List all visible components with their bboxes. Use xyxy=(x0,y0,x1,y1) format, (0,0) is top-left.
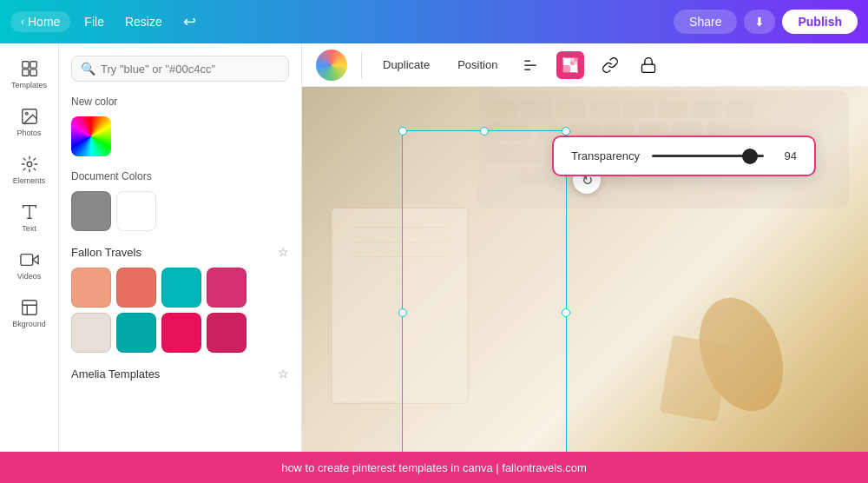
brand-swatch-3[interactable] xyxy=(161,268,201,308)
amelia-favorite-icon[interactable]: ☆ xyxy=(278,367,289,380)
svg-point-5 xyxy=(25,112,28,115)
new-color-label: New color xyxy=(71,96,289,108)
duplicate-button[interactable]: Duplicate xyxy=(376,55,437,75)
home-button[interactable]: ‹ Home xyxy=(10,11,70,32)
file-menu-button[interactable]: File xyxy=(77,11,111,32)
document-color-swatches xyxy=(71,191,289,231)
photos-icon xyxy=(20,107,39,126)
svg-rect-30 xyxy=(727,101,756,118)
svg-rect-18 xyxy=(570,57,574,61)
background-icon xyxy=(20,298,39,317)
sidebar-item-elements[interactable]: Elements xyxy=(0,146,58,194)
bottom-banner: how to create pinterest templates in can… xyxy=(0,452,868,483)
lock-icon xyxy=(640,56,657,74)
svg-rect-21 xyxy=(642,64,655,72)
handle-top-middle[interactable] xyxy=(480,127,489,136)
color-search-bar[interactable]: 🔍 xyxy=(71,56,289,82)
link-icon-button[interactable] xyxy=(598,53,622,77)
svg-rect-51 xyxy=(660,335,731,422)
handle-middle-left[interactable] xyxy=(398,308,407,317)
sidebar-item-videos[interactable]: Videos xyxy=(0,242,58,289)
sidebar: Templates Photos Elements Text xyxy=(0,43,59,452)
document-colors-label: Document Colors xyxy=(71,170,289,182)
svg-rect-1 xyxy=(30,62,36,68)
brand-favorite-icon[interactable]: ☆ xyxy=(278,245,289,259)
transparency-label: Transparency xyxy=(571,149,640,162)
pipe-icon xyxy=(522,56,539,74)
color-search-input[interactable] xyxy=(101,63,279,76)
handle-middle-right[interactable] xyxy=(562,308,570,317)
svg-marker-9 xyxy=(32,255,37,263)
brand-section-title: Fallon Travels xyxy=(71,246,141,259)
top-navigation: ‹ Home File Resize ↩ Share ⬇ Publish xyxy=(0,0,868,43)
share-button[interactable]: Share xyxy=(674,10,737,34)
resize-button[interactable]: Resize xyxy=(118,11,169,32)
transparency-popup: Transparency 94 xyxy=(552,136,816,176)
templates-icon xyxy=(20,59,39,78)
transparency-value: 94 xyxy=(776,149,797,162)
lock-icon-button[interactable] xyxy=(636,53,661,77)
transparency-icon-button[interactable] xyxy=(556,51,584,79)
publish-button[interactable]: Publish xyxy=(782,10,858,34)
canvas-content: ↻ Transparency 94 xyxy=(302,87,868,452)
videos-icon xyxy=(20,250,39,269)
doc-swatch-gray[interactable] xyxy=(71,191,111,231)
svg-rect-24 xyxy=(522,101,551,118)
svg-rect-10 xyxy=(20,255,32,266)
sidebar-item-templates[interactable]: Templates xyxy=(0,50,58,98)
toolbar-separator-1 xyxy=(361,52,362,78)
pipe-icon-button[interactable] xyxy=(518,53,542,77)
bottom-banner-text: how to create pinterest templates in can… xyxy=(281,461,587,474)
brand-swatch-6[interactable] xyxy=(116,313,156,353)
gradient-picker[interactable] xyxy=(316,50,347,81)
checkerboard-icon xyxy=(562,56,579,74)
amelia-section-header: Amelia Templates ☆ xyxy=(71,367,289,380)
svg-rect-27 xyxy=(624,101,654,118)
canvas-area: Duplicate Position xyxy=(302,43,868,452)
brand-color-swatches xyxy=(71,268,289,353)
canvas-toolbar: Duplicate Position xyxy=(302,43,868,87)
download-button[interactable]: ⬇ xyxy=(744,10,775,34)
svg-rect-3 xyxy=(30,69,36,76)
svg-rect-0 xyxy=(22,62,28,68)
svg-rect-28 xyxy=(658,101,687,118)
sidebar-item-background[interactable]: Bkground xyxy=(0,289,58,337)
svg-rect-19 xyxy=(575,61,578,64)
transparency-slider[interactable] xyxy=(652,155,764,157)
undo-button[interactable]: ↩ xyxy=(176,9,203,35)
brand-swatch-4[interactable] xyxy=(207,268,247,308)
elements-icon xyxy=(20,155,39,174)
svg-rect-25 xyxy=(556,101,585,118)
new-color-swatch[interactable] xyxy=(71,116,111,156)
svg-rect-14 xyxy=(563,65,570,72)
brand-swatch-8[interactable] xyxy=(207,313,247,353)
amelia-section-title: Amelia Templates xyxy=(71,367,160,380)
handle-top-left[interactable] xyxy=(398,127,407,136)
brand-swatch-1[interactable] xyxy=(71,268,111,308)
svg-point-6 xyxy=(27,162,32,167)
svg-rect-2 xyxy=(22,69,28,76)
svg-rect-26 xyxy=(590,101,620,118)
svg-rect-29 xyxy=(693,101,722,118)
brand-section-header: Fallon Travels ☆ xyxy=(71,245,289,259)
color-panel: 🔍 New color Document Colors Fallon Trave… xyxy=(59,43,302,452)
svg-rect-11 xyxy=(22,301,36,315)
sidebar-item-photos[interactable]: Photos xyxy=(0,98,58,146)
link-icon xyxy=(602,56,619,74)
brand-swatch-5[interactable] xyxy=(71,313,111,353)
doc-swatch-white[interactable] xyxy=(116,191,156,231)
chevron-left-icon: ‹ xyxy=(21,16,24,28)
sidebar-item-text[interactable]: Text xyxy=(0,194,58,242)
main-layout: Templates Photos Elements Text xyxy=(0,43,868,452)
selected-element[interactable]: ↻ xyxy=(402,130,567,452)
svg-rect-23 xyxy=(488,101,517,118)
search-icon: 🔍 xyxy=(81,62,95,76)
handle-top-right[interactable] xyxy=(562,127,570,136)
brand-swatch-2[interactable] xyxy=(116,268,156,308)
text-icon xyxy=(20,202,39,222)
position-button[interactable]: Position xyxy=(450,55,504,75)
brand-swatch-7[interactable] xyxy=(161,313,201,353)
